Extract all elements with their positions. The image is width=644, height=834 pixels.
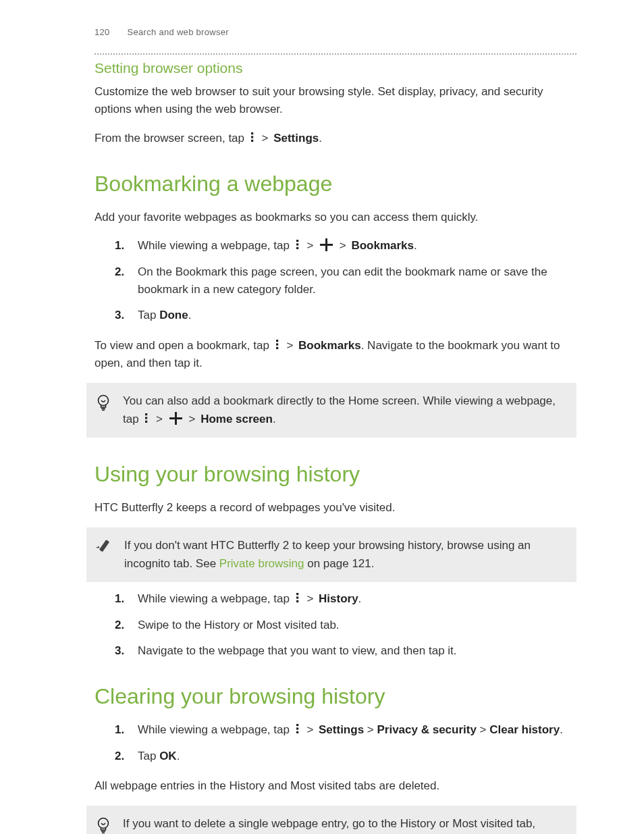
paragraph: To view and open a bookmark, tap > Bookm…	[95, 337, 576, 373]
lightbulb-icon	[96, 394, 111, 411]
text: >	[188, 413, 198, 425]
paragraph: From the browser screen, tap > Settings.	[95, 130, 576, 147]
text: >	[286, 339, 296, 352]
list-item: While viewing a webpage, tap > History.	[134, 590, 576, 608]
menu-item-label: History	[319, 592, 358, 605]
overflow-menu-icon	[294, 240, 300, 250]
text: >	[477, 723, 489, 736]
paragraph: HTC Butterfly 2 keeps a record of webpag…	[95, 499, 576, 517]
text: .	[319, 132, 322, 145]
list-item: Navigate to the webpage that you want to…	[134, 642, 576, 660]
text: .	[414, 239, 417, 252]
ordered-list: While viewing a webpage, tap > > Bookmar…	[95, 237, 576, 324]
tip-text: You can also add a bookmark directly to …	[123, 392, 564, 428]
ordered-list: While viewing a webpage, tap > History. …	[95, 590, 576, 660]
tip-box: If you want to delete a single webpage e…	[86, 806, 576, 834]
text: >	[340, 239, 350, 252]
text: >	[364, 723, 377, 736]
note-box: If you don't want HTC Butterfly 2 to kee…	[86, 527, 576, 582]
note-text: If you don't want HTC Butterfly 2 to kee…	[124, 537, 564, 573]
plus-icon	[320, 238, 333, 251]
text: .	[358, 592, 362, 605]
text: From the browser screen, tap	[95, 132, 248, 145]
link-private-browsing[interactable]: Private browsing	[219, 557, 304, 570]
list-item: Swipe to the History or Most visited tab…	[134, 617, 576, 634]
text: .	[560, 723, 563, 736]
text: >	[306, 592, 317, 605]
list-item: While viewing a webpage, tap > Settings …	[134, 721, 576, 739]
text: >	[306, 239, 317, 252]
list-item: While viewing a webpage, tap > > Bookmar…	[134, 237, 576, 255]
tip-text: If you want to delete a single webpage e…	[123, 815, 564, 834]
heading-using-history: Using your browsing history	[95, 462, 576, 487]
overflow-menu-icon	[294, 593, 300, 603]
paragraph: All webpage entries in the History and M…	[95, 777, 576, 795]
overflow-menu-icon	[274, 340, 280, 350]
button-label: OK	[159, 750, 177, 762]
list-item: Tap OK.	[134, 748, 576, 765]
text: If you want to delete a single webpage e…	[123, 817, 535, 834]
text: on page 121.	[304, 557, 375, 570]
text: Tap	[138, 750, 159, 762]
list-item: On the Bookmark this page screen, you ca…	[134, 263, 576, 299]
overflow-menu-icon	[143, 413, 149, 423]
heading-bookmarking: Bookmarking a webpage	[95, 172, 576, 197]
text: While viewing a webpage, tap	[138, 723, 293, 736]
paragraph: Add your favorite webpages as bookmarks …	[95, 209, 576, 226]
heading-clearing-history: Clearing your browsing history	[95, 684, 576, 709]
menu-item-label: Privacy & security	[377, 723, 476, 736]
button-label: Done	[159, 309, 188, 321]
section-name: Search and web browser	[128, 27, 229, 37]
lightbulb-icon	[96, 816, 111, 834]
text: Tap	[138, 309, 159, 321]
plus-icon	[169, 412, 182, 425]
text: .	[177, 750, 180, 762]
menu-item-label: Clear history	[489, 723, 560, 736]
menu-item-label: Settings	[273, 132, 319, 145]
text: While viewing a webpage, tap	[138, 592, 293, 605]
page-number: 120	[95, 27, 110, 37]
tip-box: You can also add a bookmark directly to …	[86, 383, 576, 438]
text: .	[188, 309, 192, 321]
paragraph: Customize the web browser to suit your b…	[95, 83, 576, 119]
ordered-list: While viewing a webpage, tap > Settings …	[95, 721, 576, 765]
menu-item-label: Bookmarks	[298, 339, 361, 352]
page-header: 120 Search and web browser	[95, 27, 576, 37]
overflow-menu-icon	[294, 724, 300, 734]
menu-item-label: Bookmarks	[351, 239, 414, 252]
text: While viewing a webpage, tap	[138, 239, 293, 252]
text: >	[262, 132, 272, 145]
divider	[95, 53, 576, 55]
text: .	[273, 413, 276, 425]
subheading-setting-browser-options: Setting browser options	[95, 60, 576, 76]
menu-item-label: Settings	[319, 723, 364, 736]
overflow-menu-icon	[249, 132, 255, 142]
pencil-icon	[96, 538, 112, 554]
list-item: Tap Done.	[134, 307, 576, 324]
menu-item-label: Home screen	[200, 413, 273, 425]
text: >	[156, 413, 166, 425]
text: >	[306, 723, 317, 736]
text: To view and open a bookmark, tap	[95, 339, 273, 352]
